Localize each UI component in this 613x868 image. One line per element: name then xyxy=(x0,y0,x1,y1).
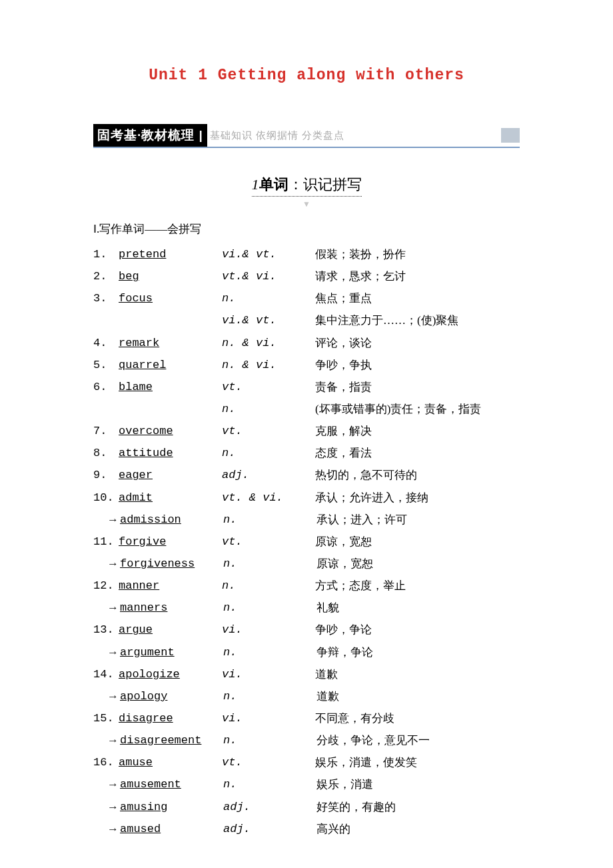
entry-number: 15. xyxy=(93,707,119,729)
definition: (坏事或错事的)责任；责备，指责 xyxy=(315,398,520,420)
vocab-word: forgive xyxy=(119,531,222,553)
part-of-speech: vi.& vt. xyxy=(222,309,315,331)
vocab-row: n.(坏事或错事的)责任；责备，指责 xyxy=(93,398,520,420)
arrow-icon: → xyxy=(93,796,120,818)
triangle-down-icon: ▼ xyxy=(93,199,520,209)
vocab-word: eager xyxy=(119,464,222,486)
vocab-row: 12.mannern.方式；态度，举止 xyxy=(93,575,520,597)
vocab-row: →amusedadj.高兴的 xyxy=(93,818,520,840)
entry-number: 3. xyxy=(93,287,119,309)
definition: 承认；允许进入，接纳 xyxy=(315,487,520,509)
part-of-speech: n. xyxy=(223,553,316,575)
part-of-speech: n. & vi. xyxy=(222,332,315,354)
vocab-word: manners xyxy=(120,597,223,619)
definition: 方式；态度，举止 xyxy=(315,575,520,597)
section-bar-sub: 基础知识 依纲据情 分类盘点 xyxy=(207,129,344,142)
vocab-word: argument xyxy=(120,641,223,663)
definition: 原谅，宽恕 xyxy=(316,553,520,575)
vocab-word: manner xyxy=(119,575,222,597)
part-of-speech: n. xyxy=(223,509,316,531)
entry-number: 8. xyxy=(93,442,119,464)
vocab-word: argue xyxy=(119,619,222,641)
vocab-row: →forgivenessn.原谅，宽恕 xyxy=(93,553,520,575)
arrow-icon: → xyxy=(93,597,120,619)
vocab-word: overcome xyxy=(119,420,222,442)
entry-number xyxy=(93,309,119,331)
definition: 假装；装扮，扮作 xyxy=(315,243,520,265)
vocab-row: 10.admitvt. & vi.承认；允许进入，接纳 xyxy=(93,487,520,509)
definition: 热切的，急不可待的 xyxy=(315,464,520,486)
vocab-word: apologize xyxy=(119,663,222,685)
definition: 原谅，宽恕 xyxy=(315,531,520,553)
entry-number: 5. xyxy=(93,354,119,376)
definition: 道歉 xyxy=(316,685,520,707)
definition: 娱乐，消遣 xyxy=(316,773,520,795)
vocab-row: 15.disagreevi.不同意，有分歧 xyxy=(93,707,520,729)
unit-title: Unit 1 Getting along with others xyxy=(93,67,520,84)
vocab-word: disagreement xyxy=(120,729,223,751)
vocab-word: admit xyxy=(119,487,222,509)
entry-number: 4. xyxy=(93,332,119,354)
section-bar: 固考基·教材梳理 | 基础知识 依纲据情 分类盘点 xyxy=(93,124,520,148)
entry-number: 13. xyxy=(93,619,119,641)
vocab-row: →apologyn.道歉 xyxy=(93,685,520,707)
vocab-row: →amusementn.娱乐，消遣 xyxy=(93,773,520,795)
entry-number xyxy=(93,398,119,420)
vocab-list: 1.pretendvi.& vt.假装；装扮，扮作2.begvt.& vi.请求… xyxy=(93,243,520,840)
vocab-row: 4.remarkn. & vi.评论，谈论 xyxy=(93,332,520,354)
vocab-row: →amusingadj.好笑的，有趣的 xyxy=(93,796,520,818)
vocab-row: →admissionn.承认；进入；许可 xyxy=(93,509,520,531)
arrow-icon: → xyxy=(93,509,120,531)
definition: 娱乐，消遣，使发笑 xyxy=(315,751,520,773)
vocab-row: 11.forgivevt.原谅，宽恕 xyxy=(93,531,520,553)
definition: 礼貌 xyxy=(316,597,520,619)
vocab-row: 6.blamevt.责备，指责 xyxy=(93,376,520,398)
part-of-speech: vt.& vi. xyxy=(222,265,315,287)
vocab-word: disagree xyxy=(119,707,222,729)
part-of-speech: n. xyxy=(223,641,316,663)
entry-number: 14. xyxy=(93,663,119,685)
entry-number: 7. xyxy=(93,420,119,442)
vocab-row: 14.apologizevi.道歉 xyxy=(93,663,520,685)
vocab-row: →mannersn.礼貌 xyxy=(93,597,520,619)
entry-number: 12. xyxy=(93,575,119,597)
definition: 争吵，争执 xyxy=(315,354,520,376)
entry-number: 1. xyxy=(93,243,119,265)
part-of-speech: vi. xyxy=(222,707,315,729)
entry-number: 11. xyxy=(93,531,119,553)
section-bar-main: 固考基·教材梳理 | xyxy=(93,124,207,147)
vocab-word: amuse xyxy=(119,751,222,773)
vocab-word: admission xyxy=(120,509,223,531)
definition: 集中注意力于……；(使)聚焦 xyxy=(315,309,520,331)
definition: 责备，指责 xyxy=(315,376,520,398)
part-of-speech: n. & vi. xyxy=(222,354,315,376)
part-of-speech: adj. xyxy=(223,796,316,818)
vocab-word: pretend xyxy=(119,243,222,265)
vocab-word xyxy=(119,309,222,331)
vocab-row: vi.& vt.集中注意力于……；(使)聚焦 xyxy=(93,309,520,331)
part-of-speech: vi. xyxy=(222,619,315,641)
entry-number: 9. xyxy=(93,464,119,486)
arrow-icon: → xyxy=(93,773,120,795)
definition: 承认；进入；许可 xyxy=(316,509,520,531)
vocab-word: attitude xyxy=(119,442,222,464)
arrow-icon: → xyxy=(93,729,120,751)
arrow-icon: → xyxy=(93,553,120,575)
part-of-speech: vi. xyxy=(222,663,315,685)
definition: 评论，谈论 xyxy=(315,332,520,354)
arrow-icon: → xyxy=(93,685,120,707)
vocab-word: beg xyxy=(119,265,222,287)
definition: 道歉 xyxy=(315,663,520,685)
definition: 分歧，争论，意见不一 xyxy=(316,729,520,751)
vocab-word: amusement xyxy=(120,773,223,795)
mid-title-num: 1 xyxy=(252,176,259,193)
vocab-row: 8.attituden.态度，看法 xyxy=(93,442,520,464)
part-of-speech: vt. xyxy=(222,420,315,442)
entry-number: 10. xyxy=(93,487,119,509)
part-of-speech: n. xyxy=(222,398,315,420)
entry-number: 16. xyxy=(93,751,119,773)
section-bar-decor xyxy=(501,128,520,143)
mid-title: 1单词：识记拼写 xyxy=(93,175,520,197)
vocab-row: 7.overcomevt.克服，解决 xyxy=(93,420,520,442)
entry-number: 2. xyxy=(93,265,119,287)
